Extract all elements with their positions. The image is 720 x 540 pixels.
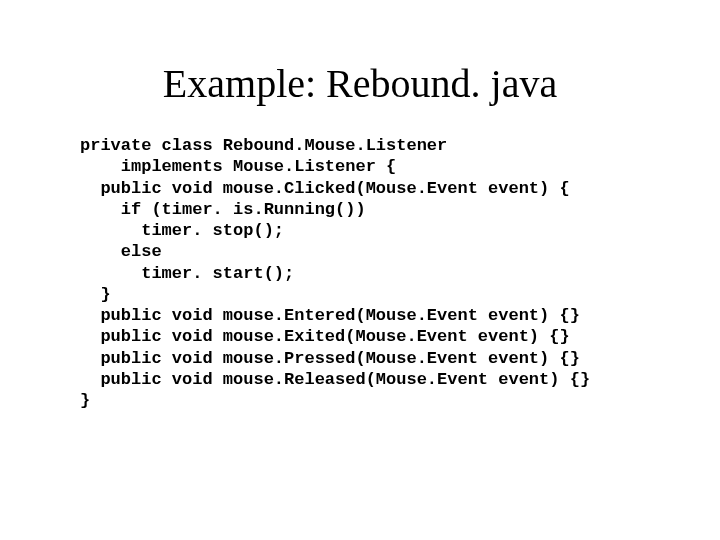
code-line: public void mouse.Exited(Mouse.Event eve…: [80, 327, 570, 346]
code-block: private class Rebound.Mouse.Listener imp…: [80, 135, 640, 411]
code-line: }: [80, 285, 111, 304]
code-line: public void mouse.Entered(Mouse.Event ev…: [80, 306, 580, 325]
code-line: public void mouse.Clicked(Mouse.Event ev…: [80, 179, 570, 198]
code-line: private class Rebound.Mouse.Listener: [80, 136, 447, 155]
code-line: timer. start();: [80, 264, 294, 283]
slide-title: Example: Rebound. java: [80, 60, 640, 107]
code-line: public void mouse.Pressed(Mouse.Event ev…: [80, 349, 580, 368]
code-line: implements Mouse.Listener {: [80, 157, 396, 176]
code-line: }: [80, 391, 90, 410]
slide: Example: Rebound. java private class Reb…: [0, 0, 720, 540]
code-line: else: [80, 242, 162, 261]
code-line: public void mouse.Released(Mouse.Event e…: [80, 370, 590, 389]
code-line: if (timer. is.Running()): [80, 200, 366, 219]
code-line: timer. stop();: [80, 221, 284, 240]
